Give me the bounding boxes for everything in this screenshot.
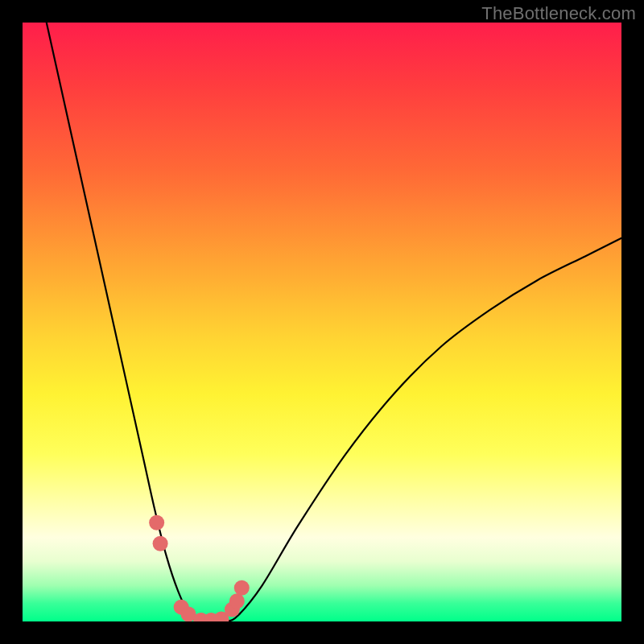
trough-markers-group [149, 515, 250, 621]
bottleneck-curve [47, 23, 621, 621]
watermark-text: TheBottleneck.com [481, 3, 636, 24]
plot-area [23, 23, 621, 621]
trough-marker [229, 593, 245, 609]
trough-marker [234, 580, 250, 596]
trough-marker [149, 515, 164, 530]
trough-marker [153, 536, 168, 551]
chart-svg [23, 23, 621, 621]
chart-frame: TheBottleneck.com [0, 0, 644, 644]
